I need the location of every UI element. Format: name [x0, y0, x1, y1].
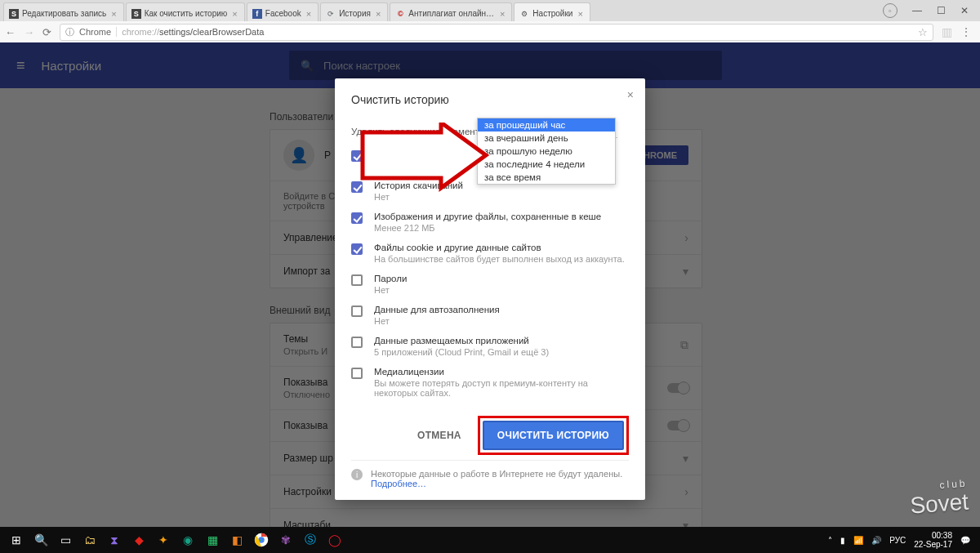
- search-icon[interactable]: 🔍: [29, 528, 52, 551]
- checkbox[interactable]: [351, 150, 363, 162]
- checkbox[interactable]: [351, 212, 363, 224]
- favicon-s-icon: S: [9, 9, 19, 19]
- close-icon[interactable]: ×: [374, 9, 382, 19]
- learn-more-link[interactable]: Подробнее…: [371, 479, 426, 488]
- close-icon[interactable]: ×: [230, 9, 238, 19]
- tab-title: Редактировать запись: [22, 9, 106, 18]
- time-option-day[interactable]: за вчерашний день: [478, 132, 615, 145]
- time-option-all[interactable]: за все время: [478, 171, 615, 184]
- taskview-icon[interactable]: ▭: [54, 528, 77, 551]
- favicon-copyright-icon: ©: [395, 9, 405, 19]
- app-icon-6[interactable]: ✾: [274, 528, 297, 551]
- start-icon[interactable]: ⊞: [5, 528, 28, 551]
- wifi-icon[interactable]: 📶: [853, 536, 863, 545]
- notifications-icon[interactable]: 💬: [960, 536, 970, 545]
- checkbox[interactable]: [351, 243, 363, 255]
- menu-dots-icon[interactable]: ⋮: [960, 25, 972, 38]
- watermark: club Sovet: [909, 478, 970, 520]
- close-icon[interactable]: ×: [498, 9, 506, 19]
- tab-5-active[interactable]: ⚙ Настройки ×: [514, 2, 590, 21]
- cancel-button[interactable]: ОТМЕНА: [412, 423, 466, 448]
- profile-icon[interactable]: ◦: [883, 3, 898, 18]
- opera-icon[interactable]: ◯: [323, 528, 346, 551]
- clock[interactable]: 00:38 22-Sep-17: [914, 531, 952, 549]
- checkbox[interactable]: [351, 337, 363, 348]
- close-window-icon[interactable]: ✕: [960, 5, 969, 16]
- time-option-hour[interactable]: за прошедший час: [478, 118, 615, 132]
- info-icon[interactable]: ⓘ: [65, 26, 74, 38]
- time-option-4weeks[interactable]: за последние 4 недели: [478, 158, 615, 171]
- app-icon-1[interactable]: ⧗: [103, 528, 126, 551]
- highlight-box: ОЧИСТИТЬ ИСТОРИЮ: [478, 416, 629, 455]
- app-icon-5[interactable]: ◧: [225, 528, 248, 551]
- tab-title: Facebook: [265, 9, 301, 18]
- star-icon[interactable]: ☆: [918, 26, 928, 38]
- tab-3[interactable]: ⟳ История ×: [320, 2, 388, 21]
- maximize-icon[interactable]: ☐: [937, 5, 946, 16]
- browser-chrome: S Редактировать запись × S Как очистить …: [0, 0, 980, 42]
- back-icon[interactable]: ←: [5, 26, 16, 38]
- favicon-gear-icon: ⚙: [519, 9, 529, 19]
- time-range-dropdown[interactable]: за прошедший час за вчерашний день за пр…: [477, 118, 616, 185]
- tab-2[interactable]: f Facebook ×: [247, 2, 318, 21]
- taskbar: ⊞ 🔍 ▭ 🗂 ⧗ ◆ ✦ ◉ ▦ ◧ ✾ Ⓢ ◯ ˄ ▮ 📶 🔊 РУС 00…: [0, 527, 980, 553]
- explorer-icon[interactable]: 🗂: [78, 528, 101, 551]
- language-indicator[interactable]: РУС: [889, 536, 906, 545]
- clear-history-button[interactable]: ОЧИСТИТЬ ИСТОРИЮ: [483, 421, 624, 450]
- app-icon-2[interactable]: ✦: [152, 528, 175, 551]
- checkbox[interactable]: [351, 274, 363, 286]
- volume-icon[interactable]: 🔊: [871, 536, 881, 545]
- chrome-icon[interactable]: [250, 528, 273, 551]
- favicon-history-icon: ⟳: [326, 9, 336, 19]
- tab-title: Настройки: [532, 9, 572, 18]
- checkbox[interactable]: [351, 305, 363, 317]
- dialog-title: Очистить историю: [351, 93, 629, 106]
- favicon-facebook-icon: f: [252, 9, 262, 19]
- tab-title: Как очистить историю: [145, 9, 228, 18]
- info-icon: i: [351, 469, 363, 480]
- clear-history-dialog: × Очистить историю Удалить следующие эле…: [335, 78, 645, 500]
- address-url: chrome://settings/clearBrowserData: [122, 27, 264, 37]
- close-icon[interactable]: ×: [109, 9, 118, 19]
- tab-title: Антиплагиат онлайн, пр: [408, 9, 495, 18]
- window-controls: ◦ — ☐ ✕: [871, 0, 980, 21]
- favicon-s-icon: S: [131, 9, 141, 19]
- close-icon[interactable]: ×: [576, 9, 584, 19]
- item-media-licenses: МедиалицензииВы можете потерять доступ к…: [351, 367, 629, 398]
- skype-icon[interactable]: Ⓢ: [299, 528, 322, 551]
- checkbox[interactable]: [351, 181, 363, 193]
- tab-title: История: [339, 9, 371, 18]
- tab-4[interactable]: © Антиплагиат онлайн, пр ×: [390, 2, 512, 21]
- item-autofill: Данные для автозаполненияНет: [351, 305, 629, 326]
- checkbox[interactable]: [351, 368, 363, 379]
- tray-chevron-icon[interactable]: ˄: [828, 536, 832, 545]
- system-tray: ˄ ▮ 📶 🔊 РУС 00:38 22-Sep-17 💬: [828, 531, 975, 549]
- nav-toolbar: ← → ⟳ ⓘ Chrome chrome://settings/clearBr…: [0, 21, 980, 42]
- dialog-close-icon[interactable]: ×: [627, 88, 634, 101]
- item-hosted-apps: Данные размещаемых приложений5 приложени…: [351, 336, 629, 357]
- time-option-week[interactable]: за прошлую неделю: [478, 145, 615, 158]
- app-icon-4[interactable]: ▦: [201, 528, 224, 551]
- address-origin: Chrome: [79, 27, 117, 37]
- dialog-actions: ОТМЕНА ОЧИСТИТЬ ИСТОРИЮ: [351, 408, 629, 460]
- reload-icon[interactable]: ⟳: [42, 26, 51, 38]
- item-cache: Изображения и другие файлы, сохраненные …: [351, 212, 629, 233]
- footer-text: Некоторые данные о работе в Интернете не…: [371, 469, 622, 479]
- item-cookies: Файлы cookie и другие данные сайтовНа бо…: [351, 243, 629, 264]
- dialog-footer: i Некоторые данные о работе в Интернете …: [351, 460, 629, 488]
- tab-1[interactable]: S Как очистить историю ×: [126, 2, 245, 21]
- close-icon[interactable]: ×: [305, 9, 313, 19]
- item-passwords: ПаролиНет: [351, 274, 629, 295]
- acrobat-icon[interactable]: ◆: [127, 528, 150, 551]
- minimize-icon[interactable]: —: [912, 5, 922, 16]
- tab-0[interactable]: S Редактировать запись ×: [3, 2, 124, 21]
- panel-icon[interactable]: ▥: [942, 25, 952, 38]
- battery-icon[interactable]: ▮: [840, 536, 845, 545]
- app-icon-3[interactable]: ◉: [176, 528, 199, 551]
- tab-strip: S Редактировать запись × S Как очистить …: [0, 0, 980, 21]
- address-bar[interactable]: ⓘ Chrome chrome://settings/clearBrowserD…: [60, 24, 933, 41]
- forward-icon: →: [24, 26, 34, 38]
